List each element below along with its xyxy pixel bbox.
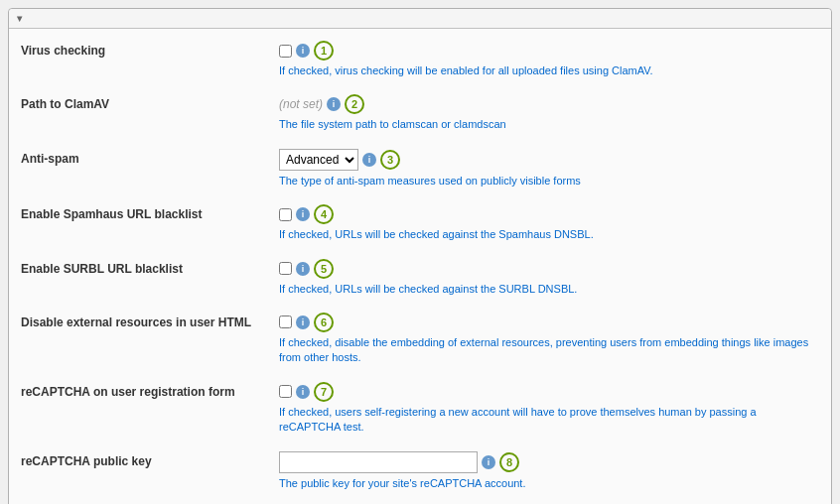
- control-anti-spam: AdvancedBasicNonei3The type of anti-spam…: [279, 149, 819, 189]
- control-row-recaptcha-registration: i7: [279, 382, 819, 402]
- step-badge-anti-spam: 3: [380, 150, 400, 170]
- info-icon-spamhaus-blacklist[interactable]: i: [296, 207, 310, 221]
- settings-row-recaptcha-private: reCAPTCHA private keyi9The private key f…: [9, 499, 831, 504]
- label-recaptcha-registration: reCAPTCHA on user registration form: [21, 382, 279, 401]
- step-badge-recaptcha-public: 8: [499, 452, 519, 472]
- help-text-recaptcha-public: The public key for your site's reCAPTCHA…: [279, 476, 819, 491]
- control-row-path-clamav: (not set)i2: [279, 94, 819, 114]
- panel-content: Virus checkingi1If checked, virus checki…: [9, 29, 831, 504]
- control-disable-external: i6If checked, disable the embedding of e…: [279, 313, 819, 366]
- help-text-virus-checking: If checked, virus checking will be enabl…: [279, 63, 819, 78]
- step-badge-spamhaus-blacklist: 4: [314, 204, 334, 224]
- info-icon-anti-spam[interactable]: i: [362, 153, 376, 167]
- label-surbl-blacklist: Enable SURBL URL blacklist: [21, 259, 279, 278]
- control-surbl-blacklist: i5If checked, URLs will be checked again…: [279, 259, 819, 297]
- control-row-virus-checking: i1: [279, 41, 819, 61]
- checkbox-surbl-blacklist[interactable]: [279, 262, 292, 275]
- control-recaptcha-registration: i7If checked, users self-registering a n…: [279, 382, 819, 436]
- security-settings-panel: ▾ Virus checkingi1If checked, virus chec…: [8, 8, 832, 504]
- control-path-clamav: (not set)i2The file system path to clams…: [279, 94, 819, 132]
- help-text-recaptcha-registration: If checked, users self-registering a new…: [279, 405, 819, 436]
- label-path-clamav: Path to ClamAV: [21, 94, 279, 113]
- info-icon-recaptcha-public[interactable]: i: [482, 455, 495, 469]
- label-recaptcha-public: reCAPTCHA public key: [21, 451, 279, 470]
- help-text-surbl-blacklist: If checked, URLs will be checked against…: [279, 282, 819, 297]
- step-badge-virus-checking: 1: [314, 41, 334, 61]
- label-virus-checking: Virus checking: [21, 41, 279, 60]
- help-text-disable-external: If checked, disable the embedding of ext…: [279, 335, 819, 366]
- help-text-spamhaus-blacklist: If checked, URLs will be checked against…: [279, 227, 819, 242]
- info-icon-disable-external[interactable]: i: [296, 315, 310, 329]
- step-badge-path-clamav: 2: [345, 94, 364, 114]
- not-set-path-clamav: (not set): [279, 97, 323, 111]
- panel-header: ▾: [9, 9, 831, 29]
- checkbox-virus-checking[interactable]: [279, 45, 292, 58]
- control-spamhaus-blacklist: i4If checked, URLs will be checked again…: [279, 204, 819, 242]
- control-recaptcha-public: i8The public key for your site's reCAPTC…: [279, 451, 819, 491]
- help-text-path-clamav: The file system path to clamscan or clam…: [279, 117, 819, 132]
- info-icon-surbl-blacklist[interactable]: i: [296, 262, 310, 276]
- settings-row-disable-external: Disable external resources in user HTMLi…: [9, 305, 831, 374]
- label-disable-external: Disable external resources in user HTML: [21, 313, 279, 331]
- step-badge-surbl-blacklist: 5: [314, 259, 334, 279]
- checkbox-recaptcha-registration[interactable]: [279, 385, 292, 398]
- settings-row-recaptcha-registration: reCAPTCHA on user registration formi7If …: [9, 374, 831, 443]
- control-row-recaptcha-public: i8: [279, 451, 819, 473]
- help-text-anti-spam: The type of anti-spam measures used on p…: [279, 174, 819, 189]
- control-row-anti-spam: AdvancedBasicNonei3: [279, 149, 819, 171]
- info-icon-virus-checking[interactable]: i: [296, 44, 310, 58]
- checkbox-spamhaus-blacklist[interactable]: [279, 208, 292, 221]
- checkbox-disable-external[interactable]: [279, 315, 292, 328]
- select-anti-spam[interactable]: AdvancedBasicNone: [279, 149, 358, 171]
- settings-row-spamhaus-blacklist: Enable Spamhaus URL blacklisti4If checke…: [9, 196, 831, 250]
- label-spamhaus-blacklist: Enable Spamhaus URL blacklist: [21, 204, 279, 223]
- step-badge-recaptcha-registration: 7: [314, 382, 334, 402]
- info-icon-path-clamav[interactable]: i: [327, 97, 341, 111]
- settings-row-surbl-blacklist: Enable SURBL URL blacklisti5If checked, …: [9, 251, 831, 305]
- settings-row-anti-spam: Anti-spamAdvancedBasicNonei3The type of …: [9, 141, 831, 196]
- control-row-disable-external: i6: [279, 313, 819, 332]
- control-row-spamhaus-blacklist: i4: [279, 204, 819, 224]
- input-recaptcha-public[interactable]: [279, 451, 478, 473]
- step-badge-disable-external: 6: [314, 313, 334, 332]
- control-virus-checking: i1If checked, virus checking will be ena…: [279, 41, 819, 78]
- settings-row-virus-checking: Virus checkingi1If checked, virus checki…: [9, 33, 831, 86]
- control-row-surbl-blacklist: i5: [279, 259, 819, 279]
- info-icon-recaptcha-registration[interactable]: i: [296, 385, 310, 399]
- settings-row-recaptcha-public: reCAPTCHA public keyi8The public key for…: [9, 443, 831, 499]
- settings-row-path-clamav: Path to ClamAV(not set)i2The file system…: [9, 86, 831, 140]
- chevron-icon[interactable]: ▾: [17, 13, 22, 24]
- label-anti-spam: Anti-spam: [21, 149, 279, 168]
